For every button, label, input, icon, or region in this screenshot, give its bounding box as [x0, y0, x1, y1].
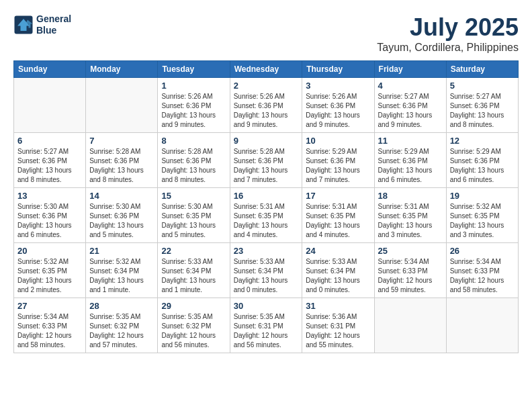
calendar-cell: 1Sunrise: 5:26 AM Sunset: 6:36 PM Daylig… — [158, 78, 230, 133]
day-number: 10 — [306, 136, 370, 146]
calendar-cell: 26Sunrise: 5:34 AM Sunset: 6:33 PM Dayli… — [446, 243, 518, 298]
calendar-cell: 5Sunrise: 5:27 AM Sunset: 6:36 PM Daylig… — [446, 78, 518, 133]
calendar-cell — [374, 298, 446, 353]
calendar-cell: 10Sunrise: 5:29 AM Sunset: 6:36 PM Dayli… — [302, 133, 374, 188]
day-number: 14 — [89, 191, 154, 201]
title-area: July 2025 Tayum, Cordillera, Philippines — [377, 13, 519, 54]
day-info: Sunrise: 5:28 AM Sunset: 6:36 PM Dayligh… — [89, 147, 154, 185]
day-number: 21 — [89, 246, 154, 256]
logo-icon — [13, 15, 34, 35]
calendar-cell: 16Sunrise: 5:31 AM Sunset: 6:35 PM Dayli… — [230, 188, 302, 243]
day-number: 24 — [306, 246, 370, 256]
day-number: 23 — [234, 246, 299, 256]
day-number: 7 — [89, 136, 154, 146]
day-number: 29 — [161, 301, 226, 311]
page-header: General Blue July 2025 Tayum, Cordillera… — [13, 13, 519, 54]
day-info: Sunrise: 5:35 AM Sunset: 6:32 PM Dayligh… — [161, 312, 226, 350]
day-info: Sunrise: 5:35 AM Sunset: 6:32 PM Dayligh… — [89, 312, 154, 350]
weekday-header-row: SundayMondayTuesdayWednesdayThursdayFrid… — [14, 61, 519, 78]
day-info: Sunrise: 5:34 AM Sunset: 6:33 PM Dayligh… — [17, 312, 82, 350]
calendar-cell: 13Sunrise: 5:30 AM Sunset: 6:36 PM Dayli… — [14, 188, 86, 243]
day-number: 28 — [89, 301, 154, 311]
day-number: 27 — [17, 301, 82, 311]
day-number: 30 — [234, 301, 299, 311]
calendar-cell: 19Sunrise: 5:32 AM Sunset: 6:35 PM Dayli… — [446, 188, 518, 243]
calendar-cell: 4Sunrise: 5:27 AM Sunset: 6:36 PM Daylig… — [374, 78, 446, 133]
day-info: Sunrise: 5:36 AM Sunset: 6:31 PM Dayligh… — [306, 312, 370, 350]
logo: General Blue — [13, 13, 71, 36]
day-info: Sunrise: 5:31 AM Sunset: 6:35 PM Dayligh… — [378, 202, 443, 240]
day-number: 9 — [234, 136, 299, 146]
calendar-cell: 14Sunrise: 5:30 AM Sunset: 6:36 PM Dayli… — [86, 188, 158, 243]
day-info: Sunrise: 5:32 AM Sunset: 6:34 PM Dayligh… — [89, 257, 154, 295]
day-info: Sunrise: 5:30 AM Sunset: 6:36 PM Dayligh… — [89, 202, 154, 240]
day-number: 8 — [161, 136, 226, 146]
day-number: 16 — [234, 191, 299, 201]
day-number: 6 — [17, 136, 82, 146]
day-info: Sunrise: 5:32 AM Sunset: 6:35 PM Dayligh… — [17, 257, 82, 295]
day-number: 25 — [378, 246, 443, 256]
day-info: Sunrise: 5:29 AM Sunset: 6:36 PM Dayligh… — [378, 147, 443, 185]
calendar-cell: 25Sunrise: 5:34 AM Sunset: 6:33 PM Dayli… — [374, 243, 446, 298]
day-number: 2 — [234, 81, 299, 91]
day-info: Sunrise: 5:31 AM Sunset: 6:35 PM Dayligh… — [234, 202, 299, 240]
day-number: 13 — [17, 191, 82, 201]
calendar-cell: 17Sunrise: 5:31 AM Sunset: 6:35 PM Dayli… — [302, 188, 374, 243]
calendar-cell: 6Sunrise: 5:27 AM Sunset: 6:36 PM Daylig… — [14, 133, 86, 188]
day-info: Sunrise: 5:30 AM Sunset: 6:36 PM Dayligh… — [17, 202, 82, 240]
day-info: Sunrise: 5:26 AM Sunset: 6:36 PM Dayligh… — [161, 92, 226, 130]
day-number: 22 — [161, 246, 226, 256]
day-info: Sunrise: 5:33 AM Sunset: 6:34 PM Dayligh… — [306, 257, 370, 295]
day-info: Sunrise: 5:26 AM Sunset: 6:36 PM Dayligh… — [306, 92, 370, 130]
calendar-cell: 23Sunrise: 5:33 AM Sunset: 6:34 PM Dayli… — [230, 243, 302, 298]
calendar-cell: 3Sunrise: 5:26 AM Sunset: 6:36 PM Daylig… — [302, 78, 374, 133]
day-info: Sunrise: 5:29 AM Sunset: 6:36 PM Dayligh… — [306, 147, 370, 185]
calendar-cell: 7Sunrise: 5:28 AM Sunset: 6:36 PM Daylig… — [86, 133, 158, 188]
weekday-header-tuesday: Tuesday — [158, 61, 230, 78]
day-info: Sunrise: 5:28 AM Sunset: 6:36 PM Dayligh… — [234, 147, 299, 185]
calendar-cell: 29Sunrise: 5:35 AM Sunset: 6:32 PM Dayli… — [158, 298, 230, 353]
calendar-table: SundayMondayTuesdayWednesdayThursdayFrid… — [13, 60, 519, 353]
day-number: 12 — [450, 136, 515, 146]
day-info: Sunrise: 5:31 AM Sunset: 6:35 PM Dayligh… — [306, 202, 370, 240]
day-info: Sunrise: 5:33 AM Sunset: 6:34 PM Dayligh… — [161, 257, 226, 295]
calendar-cell: 27Sunrise: 5:34 AM Sunset: 6:33 PM Dayli… — [14, 298, 86, 353]
calendar-week-4: 20Sunrise: 5:32 AM Sunset: 6:35 PM Dayli… — [14, 243, 519, 298]
calendar-week-1: 1Sunrise: 5:26 AM Sunset: 6:36 PM Daylig… — [14, 78, 519, 133]
calendar-cell — [14, 78, 86, 133]
logo-text: General Blue — [36, 13, 71, 36]
calendar-cell: 9Sunrise: 5:28 AM Sunset: 6:36 PM Daylig… — [230, 133, 302, 188]
day-number: 20 — [17, 246, 82, 256]
calendar-cell: 18Sunrise: 5:31 AM Sunset: 6:35 PM Dayli… — [374, 188, 446, 243]
calendar-cell — [446, 298, 518, 353]
weekday-header-wednesday: Wednesday — [230, 61, 302, 78]
day-number: 31 — [306, 301, 370, 311]
weekday-header-monday: Monday — [86, 61, 158, 78]
day-number: 15 — [161, 191, 226, 201]
day-number: 11 — [378, 136, 443, 146]
day-info: Sunrise: 5:27 AM Sunset: 6:36 PM Dayligh… — [378, 92, 443, 130]
weekday-header-friday: Friday — [374, 61, 446, 78]
calendar-cell: 15Sunrise: 5:30 AM Sunset: 6:35 PM Dayli… — [158, 188, 230, 243]
day-number: 19 — [450, 191, 515, 201]
calendar-cell: 22Sunrise: 5:33 AM Sunset: 6:34 PM Dayli… — [158, 243, 230, 298]
day-info: Sunrise: 5:34 AM Sunset: 6:33 PM Dayligh… — [378, 257, 443, 295]
day-info: Sunrise: 5:27 AM Sunset: 6:36 PM Dayligh… — [450, 92, 515, 130]
day-info: Sunrise: 5:26 AM Sunset: 6:36 PM Dayligh… — [234, 92, 299, 130]
day-number: 1 — [161, 81, 226, 91]
day-number: 4 — [378, 81, 443, 91]
calendar-cell: 31Sunrise: 5:36 AM Sunset: 6:31 PM Dayli… — [302, 298, 374, 353]
day-info: Sunrise: 5:32 AM Sunset: 6:35 PM Dayligh… — [450, 202, 515, 240]
calendar-cell: 2Sunrise: 5:26 AM Sunset: 6:36 PM Daylig… — [230, 78, 302, 133]
calendar-cell: 24Sunrise: 5:33 AM Sunset: 6:34 PM Dayli… — [302, 243, 374, 298]
calendar-week-3: 13Sunrise: 5:30 AM Sunset: 6:36 PM Dayli… — [14, 188, 519, 243]
calendar-cell: 20Sunrise: 5:32 AM Sunset: 6:35 PM Dayli… — [14, 243, 86, 298]
weekday-header-thursday: Thursday — [302, 61, 374, 78]
day-number: 3 — [306, 81, 370, 91]
calendar-cell: 8Sunrise: 5:28 AM Sunset: 6:36 PM Daylig… — [158, 133, 230, 188]
day-number: 17 — [306, 191, 370, 201]
location-title: Tayum, Cordillera, Philippines — [377, 42, 519, 54]
calendar-cell: 11Sunrise: 5:29 AM Sunset: 6:36 PM Dayli… — [374, 133, 446, 188]
day-info: Sunrise: 5:28 AM Sunset: 6:36 PM Dayligh… — [161, 147, 226, 185]
day-info: Sunrise: 5:33 AM Sunset: 6:34 PM Dayligh… — [234, 257, 299, 295]
